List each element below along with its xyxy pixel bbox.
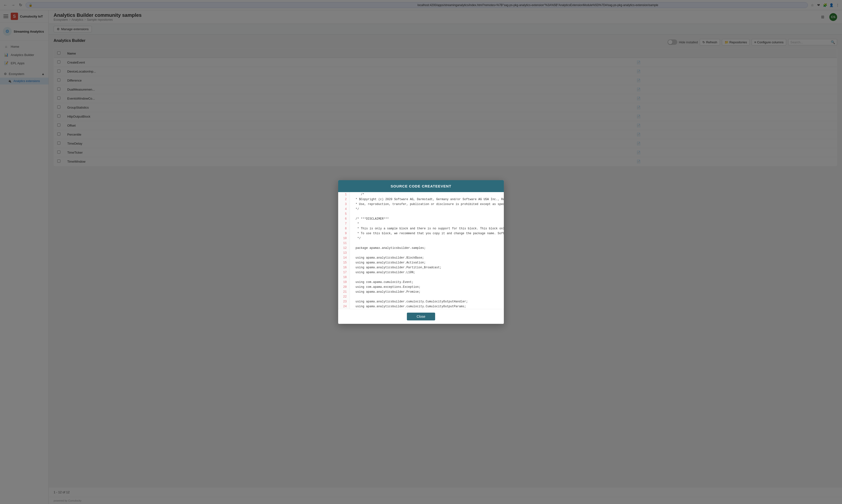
code-line: 1 /* <box>338 192 504 197</box>
line-number: 17 <box>338 270 350 275</box>
code-line: 6 /* ***DISCLAIMER*** <box>338 216 504 221</box>
source-code-modal: SOURCE CODE CREATEEVENT 1 /*2 * $Copyrig… <box>338 180 504 324</box>
line-content: using com.apama.exceptions.Exception; <box>350 285 424 289</box>
line-number: 4 <box>338 207 350 212</box>
line-content: /* ***DISCLAIMER*** <box>350 216 393 221</box>
line-number: 16 <box>338 265 350 270</box>
line-number: 23 <box>338 299 350 304</box>
code-line: 24 using apama.analyticsbuilder.cumuloci… <box>338 304 504 309</box>
code-line: 18 <box>338 275 504 280</box>
line-content: * To use this block, we recommend that y… <box>350 231 504 236</box>
code-line: 21 using apama.analyticsbuilder.Promise; <box>338 289 504 294</box>
code-line: 20 using com.apama.exceptions.Exception; <box>338 285 504 289</box>
line-content <box>350 212 358 216</box>
line-number: 8 <box>338 226 350 231</box>
code-line: 9 * To use this block, we recommend that… <box>338 231 504 236</box>
modal-body: 1 /*2 * $Copyright (c) 2020 Software AG,… <box>338 192 504 309</box>
line-content <box>350 275 358 280</box>
modal-overlay: SOURCE CODE CREATEEVENT 1 /*2 * $Copyrig… <box>0 0 842 504</box>
line-content <box>350 251 358 255</box>
code-line: 3 * Use, reproduction, transfer, publica… <box>338 202 504 207</box>
code-line: 7 * <box>338 221 504 226</box>
code-line: 10 */ <box>338 236 504 241</box>
line-number: 11 <box>338 241 350 246</box>
line-number: 3 <box>338 202 350 207</box>
close-button[interactable]: Close <box>407 313 435 320</box>
line-content: /* <box>350 192 368 197</box>
line-number: 7 <box>338 221 350 226</box>
code-line: 2 * $Copyright (c) 2020 Software AG, Dar… <box>338 197 504 202</box>
line-content: */ <box>350 236 365 241</box>
line-number: 18 <box>338 275 350 280</box>
line-number: 2 <box>338 197 350 202</box>
line-number: 21 <box>338 289 350 294</box>
code-line: 22 <box>338 294 504 299</box>
line-number: 6 <box>338 216 350 221</box>
modal-header: SOURCE CODE CREATEEVENT <box>338 180 504 192</box>
line-number: 10 <box>338 236 350 241</box>
line-content: * <box>350 221 363 226</box>
line-number: 20 <box>338 285 350 289</box>
code-line: 15 using apama.analyticsbuilder.Activati… <box>338 260 504 265</box>
line-number: 12 <box>338 246 350 251</box>
line-content: using apama.analyticsbuilder.Activation; <box>350 260 429 265</box>
line-content <box>350 294 358 299</box>
line-content: */ <box>350 207 363 212</box>
line-content: using apama.analyticsbuilder.cumulocity.… <box>350 304 470 309</box>
line-content: using apama.analyticsbuilder.cumulocity.… <box>350 299 472 304</box>
code-line: 11 <box>338 241 504 246</box>
line-content: * $Copyright (c) 2020 Software AG, Darms… <box>350 197 504 202</box>
code-area[interactable]: 1 /*2 * $Copyright (c) 2020 Software AG,… <box>338 192 504 309</box>
code-line: 13 <box>338 251 504 255</box>
line-number: 13 <box>338 251 350 255</box>
modal-title: SOURCE CODE CREATEEVENT <box>390 184 451 188</box>
line-number: 14 <box>338 255 350 260</box>
line-number: 22 <box>338 294 350 299</box>
line-number: 24 <box>338 304 350 309</box>
line-number: 5 <box>338 212 350 216</box>
line-content: using apama.analyticsbuilder.Promise; <box>350 289 424 294</box>
line-content: using com.apama.cumulocity.Event; <box>350 280 417 285</box>
code-line: 17 using apama.analyticsbuilder.L10N; <box>338 270 504 275</box>
line-content: using apama.analyticsbuilder.L10N; <box>350 270 419 275</box>
line-number: 19 <box>338 280 350 285</box>
code-line: 23 using apama.analyticsbuilder.cumuloci… <box>338 299 504 304</box>
line-number: 1 <box>338 192 350 197</box>
code-line: 14 using apama.analyticsbuilder.BlockBas… <box>338 255 504 260</box>
modal-footer: Close <box>338 309 504 324</box>
line-number: 15 <box>338 260 350 265</box>
code-line: 16 using apama.analyticsbuilder.Partitio… <box>338 265 504 270</box>
line-content: using apama.analyticsbuilder.Partition_B… <box>350 265 445 270</box>
line-content: using apama.analyticsbuilder.BlockBase; <box>350 255 428 260</box>
line-content: package apamax.analyticsbuilder.samples; <box>350 246 429 251</box>
line-content <box>350 241 358 246</box>
code-line: 4 */ <box>338 207 504 212</box>
code-line: 8 * This is only a sample block and ther… <box>338 226 504 231</box>
code-line: 12 package apamax.analyticsbuilder.sampl… <box>338 246 504 251</box>
line-number: 9 <box>338 231 350 236</box>
line-content: * Use, reproduction, transfer, publicati… <box>350 202 504 207</box>
code-line: 5 <box>338 212 504 216</box>
line-content: * This is only a sample block and there … <box>350 226 504 231</box>
code-line: 19 using com.apama.cumulocity.Event; <box>338 280 504 285</box>
